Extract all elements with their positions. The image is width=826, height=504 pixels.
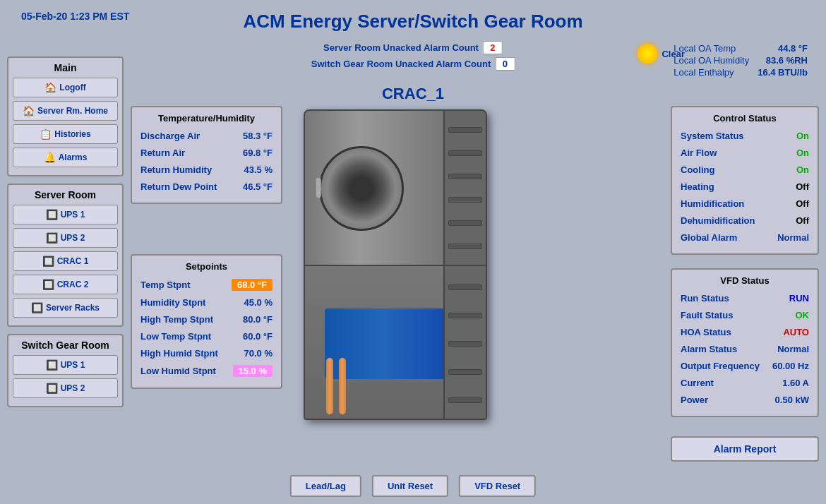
return-air-row: Return Air 69.8 °F [138,146,275,160]
crac-bottom-pipe-1 [326,358,333,414]
crac-panel-lines [443,111,486,265]
hoa-status-label: HOA Status [681,327,731,337]
heating-label: Heating [681,181,714,192]
cooling-label: Cooling [681,164,714,175]
temp-stpnt-row: Temp Stpnt 68.0 °F [138,277,275,292]
humidity-stpnt-value[interactable]: 45.0 % [244,297,273,308]
hoa-status-value: AUTO [783,327,809,337]
dehumidification-value: Off [796,215,809,226]
sidebar-section-switch-gear: Switch Gear Room 🔲 UPS 1 🔲 UPS 2 [7,334,124,407]
high-temp-stpnt-value[interactable]: 80.0 °F [243,314,273,325]
cooling-row: Cooling On [678,163,812,176]
run-status-row: Run Status RUN [678,292,812,305]
setpoints-panel: Setpoints Temp Stpnt 68.0 °F Humidity St… [131,254,282,389]
run-status-value: RUN [789,293,809,304]
sidebar-btn-server-rm-home[interactable]: 🏠 Server Rm. Home [13,101,118,121]
crac-bottom-pipe-2 [339,358,346,414]
heating-value: Off [796,181,809,192]
discharge-air-label: Discharge Air [140,131,200,141]
ups1-switch-icon: 🔲 [46,359,58,371]
lead-lag-button[interactable]: Lead/Lag [290,475,361,497]
crac-bottom-panel-lines [443,266,486,420]
global-alarm-label: Global Alarm [681,232,737,243]
dehumidification-label: Dehumidification [681,215,755,226]
sidebar-main-title: Main [13,62,118,73]
sidebar-btn-ups2-switch[interactable]: 🔲 UPS 2 [13,378,118,398]
oa-temp-value: 44.8 °F [753,42,812,54]
vfd-reset-button[interactable]: VFD Reset [459,475,536,497]
current-value: 1.60 A [782,378,809,388]
high-humid-stpnt-value[interactable]: 70.0 % [244,348,273,359]
power-value: 0.50 kW [775,395,809,405]
sidebar-btn-ups2-server[interactable]: 🔲 UPS 2 [13,228,118,248]
sidebar-btn-ups1-server[interactable]: 🔲 UPS 1 [13,205,118,224]
system-status-row: System Status On [678,129,812,143]
sidebar-btn-crac2[interactable]: 🔲 CRAC 2 [13,275,118,294]
low-humid-stpnt-value[interactable]: 15.0 % [233,365,273,377]
temp-stpnt-label: Temp Stpnt [140,280,191,290]
sidebar-btn-crac1[interactable]: 🔲 CRAC 1 [13,251,118,271]
crac2-icon: 🔲 [42,279,54,290]
main-content: Temperature/Humidity Discharge Air 58.3 … [131,106,819,462]
fault-status-value: OK [796,310,810,320]
crac-bottom-pipes [326,358,346,414]
temp-stpnt-value[interactable]: 68.0 °F [232,279,273,291]
sidebar-btn-alarms[interactable]: 🔔 Alarms [13,148,118,167]
sidebar-btn-ups1-switch[interactable]: 🔲 UPS 1 [13,355,118,375]
power-row: Power 0.50 kW [678,393,812,407]
air-flow-label: Air Flow [681,148,717,158]
oa-humidity-label: Local OA Humidity [669,54,753,66]
sidebar-btn-histories[interactable]: 📋 Histories [13,124,118,144]
setpoints-title: Setpoints [138,261,275,272]
unit-reset-button[interactable]: Unit Reset [372,475,448,497]
sidebar-btn-server-racks[interactable]: 🔲 Server Racks [13,298,118,318]
oa-humidity-value: 83.6 %RH [753,54,812,66]
control-status-panel: Control Status System Status On Air Flow… [671,106,819,255]
return-air-label: Return Air [140,148,185,158]
vfd-status-title: VFD Status [678,275,812,286]
global-alarm-value: Normal [777,232,809,243]
air-flow-row: Air Flow On [678,146,812,160]
logoff-icon: 🏠 [44,82,56,93]
sidebar-section-main: Main 🏠 Logoff 🏠 Server Rm. Home 📋 Histor… [7,56,124,176]
return-dew-value: 46.5 °F [243,181,273,192]
return-dew-row: Return Dew Point 46.5 °F [138,180,275,193]
high-humid-stpnt-row: High Humid Stpnt 70.0 % [138,347,275,360]
current-row: Current 1.60 A [678,376,812,390]
humidification-value: Off [796,198,809,209]
fault-status-label: Fault Status [681,310,733,320]
output-freq-label: Output Frequency [681,361,760,371]
return-humidity-label: Return Humidity [140,164,212,175]
local-info-panel: Local OA Temp 44.8 °F Local OA Humidity … [669,42,812,78]
server-racks-icon: 🔲 [31,302,43,313]
humidity-stpnt-label: Humidity Stpnt [140,297,205,308]
sidebar-section-server-room: Server Room 🔲 UPS 1 🔲 UPS 2 🔲 CRAC 1 🔲 C… [7,184,124,327]
histories-icon: 📋 [40,128,52,140]
enthalpy-value: 16.4 BTU/lb [753,66,812,78]
alarm-status-value: Normal [777,344,809,354]
crac-door-handle [316,177,321,198]
enthalpy-label: Local Enthalpy [669,66,753,78]
global-alarm-row: Global Alarm Normal [678,231,812,244]
server-room-alarm-count: 2 [483,41,503,54]
low-temp-stpnt-value[interactable]: 60.0 °F [243,331,273,342]
return-air-value: 69.8 °F [243,148,273,158]
air-flow-value: On [796,148,809,158]
sidebar-btn-logoff[interactable]: 🏠 Logoff [13,78,118,97]
high-temp-stpnt-row: High Temp Stpnt 80.0 °F [138,313,275,326]
crac-unit-graphic [304,109,501,434]
server-rm-icon: 🏠 [23,105,35,116]
low-humid-stpnt-label: Low Humid Stpnt [140,366,216,376]
alarm-report-button[interactable]: Alarm Report [671,436,819,462]
humidification-label: Humidification [681,198,744,209]
crac1-icon: 🔲 [42,256,54,267]
sidebar: Main 🏠 Logoff 🏠 Server Rm. Home 📋 Histor… [7,56,124,414]
ups1-server-icon: 🔲 [46,209,58,220]
hoa-status-row: HOA Status AUTO [678,325,812,339]
current-label: Current [681,378,714,388]
fault-status-row: Fault Status OK [678,308,812,322]
page-title: ACM Energy Server/Switch Gear Room [243,11,582,32]
high-humid-stpnt-label: High Humid Stpnt [140,348,218,359]
cooling-value: On [796,164,809,175]
humidity-stpnt-row: Humidity Stpnt 45.0 % [138,296,275,309]
